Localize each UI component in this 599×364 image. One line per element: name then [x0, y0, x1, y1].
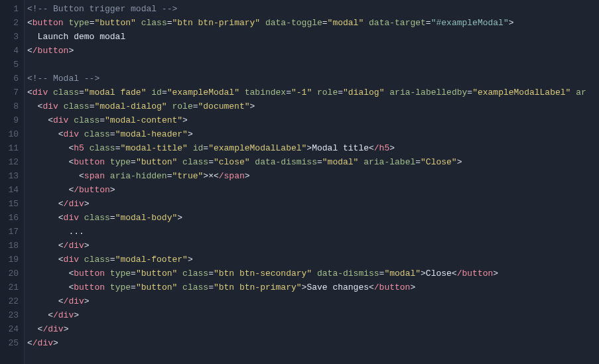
token-p: < — [27, 157, 74, 167]
token-tag: span — [84, 171, 105, 181]
token-str: "modal" — [384, 269, 421, 278]
code-content[interactable]: <!-- Button trigger modal --><button typ… — [24, 0, 599, 364]
token-tag: /div — [53, 310, 74, 320]
token-p: > — [509, 18, 514, 28]
line-number: 12 — [3, 155, 19, 169]
token-tag: /span — [219, 171, 245, 181]
token-str: "modal" — [322, 157, 359, 167]
token-str: "btn btn-primary" — [214, 282, 302, 292]
token-txt: ... — [27, 227, 84, 237]
code-line: <div class="modal-content"> — [27, 113, 599, 127]
token-p: > — [203, 171, 208, 181]
token-p: < — [27, 171, 84, 181]
token-p: = — [110, 213, 115, 223]
token-attr: role — [317, 88, 338, 97]
token-p: < — [27, 115, 53, 125]
line-number: 21 — [3, 280, 19, 294]
token-str: "button" — [136, 269, 177, 278]
token-attr: class — [182, 269, 208, 278]
token-p: < — [27, 199, 64, 209]
token-p: < — [27, 338, 33, 348]
token-p: > — [457, 157, 462, 167]
token-attr: class — [84, 213, 110, 223]
token-p — [105, 171, 110, 181]
token-attr: class — [84, 129, 110, 139]
token-p: > — [188, 255, 193, 265]
code-line: <h5 class="modal-title" id="exampleModal… — [27, 141, 599, 155]
token-p — [188, 143, 193, 153]
code-line: <!-- Button trigger modal --> — [27, 2, 599, 16]
token-p: < — [27, 101, 42, 111]
code-line: <div class="modal-body"> — [27, 211, 599, 225]
token-tag: div — [64, 255, 79, 265]
token-txt: Launch demo modal — [27, 32, 125, 42]
code-line: <div class="modal-header"> — [27, 127, 599, 141]
line-number: 2 — [3, 16, 19, 30]
token-p — [177, 269, 182, 278]
token-cmt: <!-- Button trigger modal --> — [27, 4, 177, 14]
token-p — [105, 282, 110, 292]
code-line: <button type="button" class="btn btn-sec… — [27, 267, 599, 280]
token-p: < — [27, 296, 64, 306]
token-tag: /div — [64, 296, 84, 306]
token-p: > — [53, 338, 58, 348]
token-p — [239, 88, 245, 97]
token-p: = — [193, 101, 198, 111]
line-number: 15 — [3, 197, 19, 211]
token-p — [364, 18, 369, 28]
line-number: 25 — [3, 336, 19, 350]
token-p — [312, 88, 317, 97]
line-number: 1 — [3, 2, 19, 16]
token-p — [105, 269, 110, 278]
token-tag: button — [33, 18, 64, 28]
token-p: > — [74, 310, 79, 320]
token-txt: × — [208, 171, 214, 181]
line-number: 11 — [3, 141, 19, 155]
token-p — [79, 129, 84, 139]
token-p — [570, 88, 576, 97]
token-str: "button" — [136, 282, 177, 292]
token-attr: id — [193, 143, 204, 153]
token-p: < — [27, 282, 74, 292]
token-tag: /div — [64, 241, 84, 251]
code-line: <div class="modal-dialog" role="document… — [27, 99, 599, 113]
token-tag: button — [74, 282, 105, 292]
token-str: "true" — [172, 171, 204, 181]
token-tag: div — [53, 115, 68, 125]
code-line: </div> — [27, 197, 599, 211]
token-attr: data-target — [369, 18, 426, 28]
token-str: "modal fade" — [84, 88, 147, 97]
token-p: > — [84, 241, 90, 251]
token-attr: tabindex — [245, 88, 286, 97]
token-p: > — [68, 46, 74, 56]
token-p: > — [182, 115, 188, 125]
token-tag: /div — [64, 199, 84, 209]
line-number: 5 — [3, 58, 19, 72]
token-p: > — [410, 282, 415, 292]
line-number: 16 — [3, 211, 19, 225]
token-p — [312, 269, 317, 278]
token-str: "btn btn-secondary" — [214, 269, 312, 278]
token-tag: /div — [33, 338, 53, 348]
line-number: 13 — [3, 169, 19, 183]
token-attr: class — [141, 18, 167, 28]
code-line: </div> — [27, 322, 599, 336]
line-number: 22 — [3, 294, 19, 308]
token-tag: button — [74, 157, 105, 167]
code-line: <button type="button" class="btn btn-pri… — [27, 280, 599, 294]
token-attr: type — [110, 282, 131, 292]
token-p: > — [493, 269, 498, 278]
code-line: </button> — [27, 44, 599, 58]
token-tag: div — [42, 101, 58, 111]
token-p: = — [167, 171, 172, 181]
token-tag: div — [33, 88, 48, 97]
token-p: > — [306, 143, 312, 153]
token-txt: Save changes — [306, 282, 369, 292]
token-str: "exampleModalLabel" — [472, 88, 570, 97]
line-number: 4 — [3, 44, 19, 58]
token-tag: /button — [457, 269, 494, 278]
code-line: Launch demo modal — [27, 30, 599, 44]
line-number: 7 — [3, 86, 19, 99]
token-str: "exampleModalLabel" — [208, 143, 306, 153]
token-p: < — [214, 171, 219, 181]
